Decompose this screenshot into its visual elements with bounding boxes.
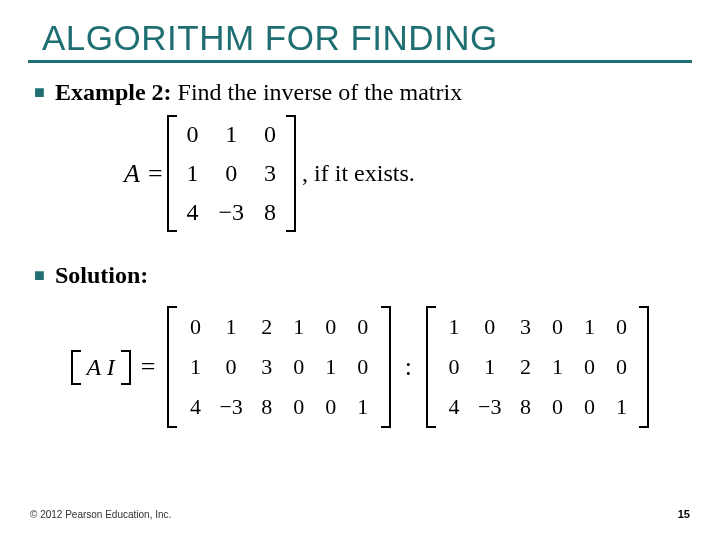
matrix-cell: 0 [323, 394, 339, 420]
matrix-cell: 1 [219, 121, 245, 148]
matrix-cell: 0 [478, 314, 501, 340]
page-number: 15 [678, 508, 690, 520]
matrix-cell: 0 [581, 394, 597, 420]
tilde-icon: : [405, 352, 412, 382]
matrix-cell: 1 [185, 160, 201, 187]
matrix-cell: −3 [219, 199, 245, 226]
matrix-cell: 0 [549, 314, 565, 340]
matrix-cell: 0 [185, 121, 201, 148]
matrix-cell: 2 [517, 354, 533, 380]
matrix-cell: 1 [219, 314, 242, 340]
matrix-cell: −3 [219, 394, 242, 420]
matrix-cell: 0 [262, 121, 278, 148]
matrix-a: 0101034−38 [167, 115, 297, 232]
matrix-cell: 0 [355, 314, 371, 340]
matrix-a-row: A = 0101034−38 , if it exists. [124, 115, 686, 232]
bracket-left-icon [167, 115, 177, 232]
bracket-right-icon [639, 306, 649, 428]
matrix-cell: 1 [291, 314, 307, 340]
solution-text: Solution: [55, 260, 148, 290]
matrix-cell: 1 [446, 314, 462, 340]
matrix-cell: 4 [187, 394, 203, 420]
bracket-right-icon [286, 115, 296, 232]
augmented-left: 0121001030104−38001 [167, 306, 390, 428]
matrix-cell: 0 [581, 354, 597, 380]
example-bullet: ■ Example 2: Find the inverse of the mat… [34, 77, 686, 107]
matrix-cell: 1 [613, 394, 629, 420]
matrix-cell: 0 [613, 314, 629, 340]
label-bracket: A I [71, 350, 131, 385]
matrix-cell: −3 [478, 394, 501, 420]
matrix-cell: 0 [187, 314, 203, 340]
matrix-cell: 0 [446, 354, 462, 380]
matrix-cell: 4 [185, 199, 201, 226]
augmented-label: A I [81, 350, 121, 385]
augmented-equation: A I = 0121001030104−38001 : 103010012100… [34, 306, 686, 428]
matrix-cell: 8 [262, 199, 278, 226]
example-label: Example 2: [55, 79, 172, 105]
matrix-cell: 3 [517, 314, 533, 340]
slide: ALGORITHM FOR FINDING ■ Example 2: Find … [0, 0, 720, 540]
matrix-cell: 0 [355, 354, 371, 380]
matrix-cell: 4 [446, 394, 462, 420]
augmented-left-grid: 0121001030104−38001 [177, 306, 380, 428]
bullet-icon: ■ [34, 77, 45, 107]
copyright-footer: © 2012 Pearson Education, Inc. [30, 509, 171, 520]
matrix-a-label: A [124, 159, 140, 189]
matrix-cell: 3 [262, 160, 278, 187]
content-area: ■ Example 2: Find the inverse of the mat… [28, 63, 692, 428]
matrix-cell: 1 [478, 354, 501, 380]
matrix-cell: 0 [219, 354, 242, 380]
bullet-icon: ■ [34, 260, 45, 290]
matrix-cell: 8 [259, 394, 275, 420]
equals-sign: = [148, 159, 163, 189]
matrix-cell: 0 [291, 394, 307, 420]
solution-label: Solution: [55, 262, 148, 288]
augmented-right-grid: 1030100121004−38001 [436, 306, 639, 428]
bracket-left-icon [426, 306, 436, 428]
matrix-cell: 8 [517, 394, 533, 420]
bracket-right-icon [381, 306, 391, 428]
matrix-cell: 2 [259, 314, 275, 340]
slide-title: ALGORITHM FOR FINDING [28, 18, 692, 58]
bracket-left-icon [167, 306, 177, 428]
matrix-cell: 0 [613, 354, 629, 380]
matrix-cell: 0 [219, 160, 245, 187]
example-text: Example 2: Find the inverse of the matri… [55, 77, 462, 107]
solution-bullet: ■ Solution: [34, 260, 686, 290]
matrix-a-grid: 0101034−38 [177, 115, 287, 232]
matrix-a-suffix: , if it exists. [302, 160, 415, 187]
augmented-right: 1030100121004−38001 [426, 306, 649, 428]
matrix-cell: 1 [187, 354, 203, 380]
matrix-cell: 0 [549, 394, 565, 420]
matrix-cell: 1 [581, 314, 597, 340]
matrix-cell: 1 [549, 354, 565, 380]
matrix-cell: 1 [355, 394, 371, 420]
equals-sign: = [141, 352, 156, 382]
matrix-cell: 0 [323, 314, 339, 340]
bracket-left-icon [71, 350, 81, 385]
matrix-cell: 3 [259, 354, 275, 380]
matrix-cell: 0 [291, 354, 307, 380]
bracket-right-icon [121, 350, 131, 385]
matrix-cell: 1 [323, 354, 339, 380]
example-rest: Find the inverse of the matrix [172, 79, 463, 105]
